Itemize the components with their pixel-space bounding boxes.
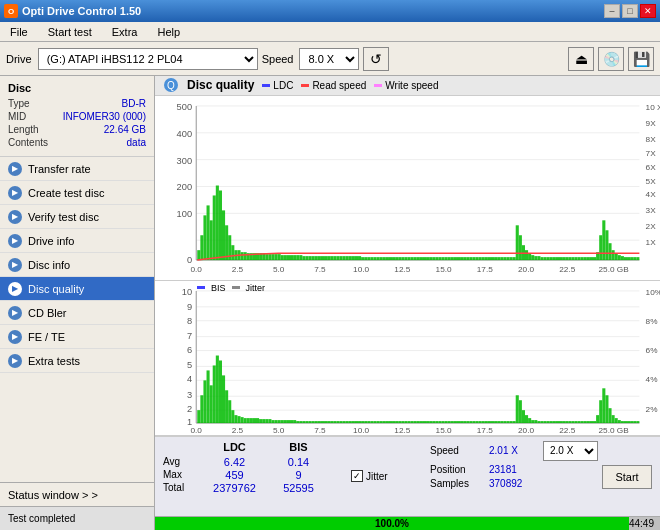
svg-rect-310 bbox=[472, 421, 475, 423]
sidebar-item-disc-info[interactable]: ▶ Disc info bbox=[0, 253, 154, 277]
content-area: Q Disc quality LDC Read speed Write spee… bbox=[155, 76, 660, 530]
svg-text:7X: 7X bbox=[646, 148, 657, 157]
svg-rect-360 bbox=[627, 421, 630, 423]
drive-select[interactable]: (G:) ATAPI iHBS112 2 PL04 bbox=[38, 48, 258, 70]
start-button[interactable]: Start bbox=[602, 465, 652, 489]
svg-rect-354 bbox=[608, 408, 611, 423]
menu-extra[interactable]: Extra bbox=[106, 25, 144, 39]
svg-text:20.0: 20.0 bbox=[518, 426, 535, 435]
write-speed-legend-label: Write speed bbox=[385, 80, 438, 91]
svg-rect-339 bbox=[562, 421, 565, 423]
menu-help[interactable]: Help bbox=[151, 25, 186, 39]
svg-rect-331 bbox=[537, 421, 540, 423]
refresh-button[interactable]: ↺ bbox=[363, 47, 389, 71]
svg-rect-356 bbox=[615, 418, 618, 423]
svg-rect-106 bbox=[404, 257, 407, 260]
disc-type-value: BD-R bbox=[122, 98, 146, 109]
svg-rect-67 bbox=[284, 255, 287, 260]
svg-rect-289 bbox=[408, 421, 411, 423]
svg-rect-40 bbox=[200, 235, 203, 260]
svg-rect-172 bbox=[608, 243, 611, 260]
svg-text:7.5: 7.5 bbox=[314, 265, 326, 274]
svg-rect-265 bbox=[333, 421, 336, 423]
svg-rect-153 bbox=[550, 257, 553, 260]
menu-start-test[interactable]: Start test bbox=[42, 25, 98, 39]
eject-button[interactable]: ⏏ bbox=[568, 47, 594, 71]
sidebar-item-extra-tests[interactable]: ▶ Extra tests bbox=[0, 349, 154, 373]
svg-rect-109 bbox=[414, 257, 417, 260]
sidebar-item-create-test-disc[interactable]: ▶ Create test disc bbox=[0, 181, 154, 205]
sidebar-item-cd-bler[interactable]: ▶ CD Bler bbox=[0, 301, 154, 325]
legend-ldc: LDC bbox=[262, 80, 293, 91]
svg-rect-105 bbox=[401, 257, 404, 260]
menu-file[interactable]: File bbox=[4, 25, 34, 39]
status-window-button[interactable]: Status window > > bbox=[0, 482, 154, 506]
avg-bis: 0.14 bbox=[271, 456, 326, 468]
svg-rect-69 bbox=[290, 255, 293, 260]
svg-rect-288 bbox=[404, 421, 407, 423]
ldc-chart-svg: 500 400 300 200 100 0 10 X 9X 8X 7X 6X 5… bbox=[155, 96, 660, 280]
svg-rect-176 bbox=[621, 256, 624, 260]
sidebar-item-disc-quality[interactable]: ▶ Disc quality bbox=[0, 277, 154, 301]
svg-rect-90 bbox=[355, 256, 358, 260]
sidebar-item-fe-te[interactable]: ▶ FE / TE bbox=[0, 325, 154, 349]
speed-select[interactable]: 8.0 X bbox=[299, 48, 359, 70]
svg-rect-222 bbox=[200, 395, 203, 423]
svg-rect-77 bbox=[315, 256, 318, 260]
svg-rect-113 bbox=[426, 257, 429, 260]
svg-text:17.5: 17.5 bbox=[477, 265, 494, 274]
maximize-button[interactable]: □ bbox=[622, 4, 638, 18]
svg-rect-221 bbox=[197, 410, 200, 423]
svg-rect-66 bbox=[281, 255, 284, 260]
sidebar-item-transfer-rate[interactable]: ▶ Transfer rate bbox=[0, 157, 154, 181]
svg-text:20.0: 20.0 bbox=[518, 265, 535, 274]
svg-rect-358 bbox=[621, 421, 624, 423]
sidebar-item-verify-test-disc[interactable]: ▶ Verify test disc bbox=[0, 205, 154, 229]
svg-rect-128 bbox=[472, 257, 475, 260]
svg-rect-140 bbox=[510, 257, 513, 260]
svg-rect-306 bbox=[460, 421, 463, 423]
svg-rect-285 bbox=[395, 421, 398, 423]
svg-text:8: 8 bbox=[187, 316, 192, 326]
disc-type-label: Type bbox=[8, 98, 30, 109]
svg-text:2.5: 2.5 bbox=[232, 426, 244, 435]
svg-rect-165 bbox=[587, 257, 590, 260]
minimize-button[interactable]: – bbox=[604, 4, 620, 18]
svg-text:2: 2 bbox=[187, 404, 192, 414]
svg-rect-320 bbox=[503, 421, 506, 423]
svg-rect-87 bbox=[346, 256, 349, 260]
ldc-legend-dot bbox=[262, 84, 270, 87]
disc-quality-header-icon: Q bbox=[163, 77, 179, 93]
speed-mini-select[interactable]: 2.0 X bbox=[543, 441, 598, 461]
svg-rect-363 bbox=[636, 421, 639, 423]
svg-rect-158 bbox=[565, 257, 568, 260]
svg-rect-226 bbox=[213, 365, 216, 423]
svg-rect-350 bbox=[596, 415, 599, 423]
close-button[interactable]: ✕ bbox=[640, 4, 656, 18]
svg-rect-253 bbox=[296, 421, 299, 423]
svg-rect-75 bbox=[309, 256, 312, 260]
disc-contents-value: data bbox=[127, 137, 146, 148]
svg-rect-70 bbox=[293, 255, 296, 260]
svg-rect-86 bbox=[343, 256, 346, 260]
svg-rect-249 bbox=[284, 420, 287, 423]
svg-rect-261 bbox=[321, 421, 324, 423]
sidebar-item-drive-info[interactable]: ▶ Drive info bbox=[0, 229, 154, 253]
svg-rect-264 bbox=[330, 421, 333, 423]
jitter-checkbox[interactable]: ✓ bbox=[351, 470, 363, 482]
svg-rect-324 bbox=[516, 395, 519, 423]
svg-rect-141 bbox=[513, 257, 516, 260]
save-button[interactable]: 💾 bbox=[628, 47, 654, 71]
disc-button[interactable]: 💿 bbox=[598, 47, 624, 71]
svg-rect-78 bbox=[318, 256, 321, 260]
create-test-disc-icon: ▶ bbox=[8, 186, 22, 200]
svg-rect-127 bbox=[469, 257, 472, 260]
disc-contents-label: Contents bbox=[8, 137, 48, 148]
svg-rect-291 bbox=[414, 421, 417, 423]
svg-text:22.5: 22.5 bbox=[559, 265, 576, 274]
time-label: 44:49 bbox=[629, 518, 660, 529]
svg-rect-355 bbox=[612, 415, 615, 423]
svg-rect-327 bbox=[525, 415, 528, 423]
svg-text:1X: 1X bbox=[646, 238, 657, 247]
jitter-checkbox-area[interactable]: ✓ Jitter bbox=[351, 470, 388, 482]
